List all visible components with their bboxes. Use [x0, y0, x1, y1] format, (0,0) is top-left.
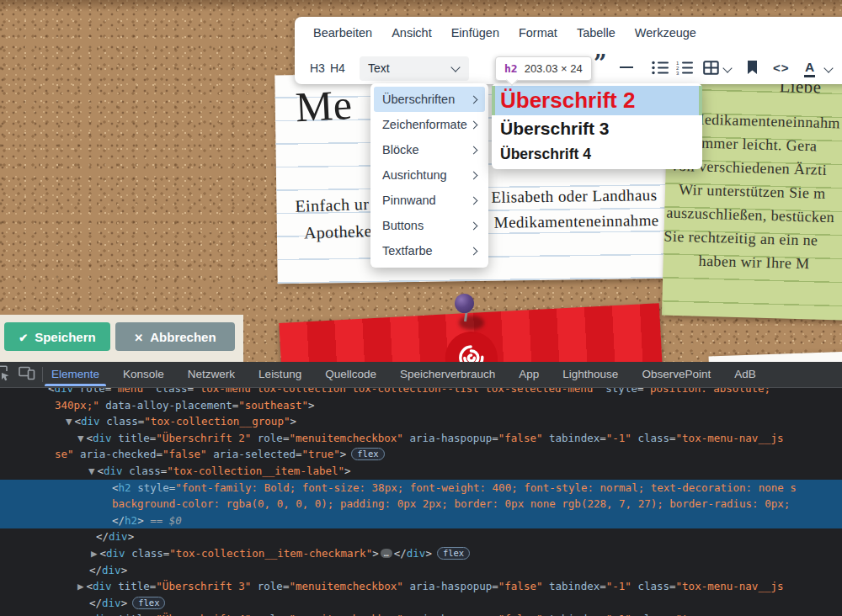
devtools-tab[interactable]: Netzwerk [188, 363, 235, 386]
text-color-icon[interactable]: A [804, 60, 815, 77]
devtools-tab[interactable]: Lighthouse [562, 363, 618, 386]
submenu-arrow-icon [470, 247, 478, 255]
push-pin[interactable] [452, 294, 486, 332]
devtools-tab[interactable]: App [519, 363, 539, 386]
numbered-list-icon[interactable]: 123 [676, 61, 693, 78]
devtools-tab[interactable]: Quellcode [325, 363, 376, 386]
inspect-icon[interactable] [0, 365, 10, 385]
submenu-arrow-icon [470, 120, 478, 129]
white-note-heading: Me [294, 80, 353, 131]
menubar-item[interactable]: Ansicht [392, 26, 432, 40]
tree-expand-arrow-icon[interactable]: ▶ [91, 547, 98, 560]
green-note-line: haben wir Ihre M [698, 252, 809, 273]
format-menu-item[interactable]: Zeichenformate [374, 112, 485, 137]
cancel-button[interactable]: ✕Abbrechen [115, 322, 235, 351]
format-menu-item[interactable]: Blöcke [374, 137, 485, 162]
dom-tree-line[interactable]: ▶<div title="Überschrift 4" role="menuit… [77, 611, 758, 616]
dom-tree-line[interactable]: </div> [89, 562, 127, 579]
devtools-tab[interactable]: Speicherverbrauch [400, 363, 495, 386]
dom-tree-line[interactable]: ▼<div class="tox-collection__item-label"… [88, 463, 351, 480]
tree-expand-arrow-icon[interactable]: ▶ [77, 613, 84, 616]
headings-submenu: Überschrift 2 Überschrift 3 Überschrift … [492, 83, 702, 169]
blockquote-icon[interactable]: ” [594, 53, 607, 75]
devtools-tab[interactable]: ObservePoint [642, 363, 711, 386]
submenu-arrow-icon [470, 221, 478, 230]
pin-head [455, 294, 474, 313]
dom-tree-line[interactable]: </div>flex [89, 595, 165, 612]
devtools-tab[interactable]: Leistung [258, 363, 301, 386]
dom-tree-line[interactable]: ▶<div class="tox-collection__item-checkm… [91, 545, 470, 562]
menubar-item[interactable]: Einfügen [451, 26, 499, 40]
h4-button[interactable]: H4 [330, 61, 345, 75]
x-icon: ✕ [134, 332, 143, 344]
format-menu-item[interactable]: Ausrichtung [374, 162, 485, 188]
green-note-line: Wir unterstützen Sie m [679, 181, 826, 203]
toolbar-divider [42, 367, 43, 382]
dom-tree-line[interactable]: </div> [96, 528, 134, 545]
submenu-arrow-icon [470, 196, 478, 204]
devtools-elements-tree[interactable]: <div role="menu" class="tox-menu tox-col… [0, 362, 842, 616]
white-note-line: Einfach ur [295, 194, 370, 216]
white-note-line: Medikamenteneinnahme [494, 211, 659, 232]
flex-badge[interactable]: flex [437, 547, 470, 560]
green-note-line: Sie rechtzeitig an ein ne [663, 227, 818, 249]
devtools-tabs: ElementeKonsoleNetzwerkLeistungQuellcode… [51, 363, 756, 386]
menubar-item[interactable]: Format [519, 26, 557, 40]
hidden-children-ellipsis-icon[interactable]: … [381, 549, 392, 558]
menubar-item[interactable]: Werkzeuge [635, 26, 696, 40]
dom-tree-line[interactable]: se" aria-checked="false" aria-selected="… [55, 446, 385, 463]
chevron-down-icon[interactable] [823, 63, 833, 72]
white-note-line: Elisabeth oder Landhaus [491, 186, 657, 207]
dom-tree-line[interactable]: ▶<div title="Überschrift 3" role="menuit… [77, 578, 784, 595]
menubar-item[interactable]: Tabelle [577, 26, 616, 40]
tree-expand-arrow-icon[interactable]: ▼ [66, 415, 72, 427]
submenu-arrow-icon [470, 171, 478, 179]
green-note-line: auszuschließen, bestücken [666, 204, 834, 227]
devtools-tab[interactable]: Konsole [123, 363, 164, 386]
element-size-tooltip: h2 203.03 × 24 [495, 56, 592, 81]
horizontal-rule-icon[interactable] [620, 57, 633, 68]
white-note-line: Apotheke [304, 221, 373, 243]
code-icon[interactable]: <> [773, 61, 790, 75]
devtools-tabbar: ElementeKonsoleNetzwerkLeistungQuellcode… [0, 362, 842, 388]
tree-expand-arrow-icon[interactable]: ▼ [77, 432, 84, 444]
headings-submenu-item[interactable]: Überschrift 3 [492, 115, 702, 142]
dom-tree-selected-line[interactable]: background-color: rgba(0, 0, 0, 0); padd… [0, 496, 842, 512]
dom-tree-selected-line[interactable]: </h2> == $0 [0, 512, 842, 529]
screenshot-stage: Me Einfach ur Apotheke Elisabeth oder La… [0, 0, 842, 616]
menubar-item[interactable]: Bearbeiten [313, 26, 372, 40]
tree-expand-arrow-icon[interactable]: ▶ [77, 580, 84, 592]
format-menu-item[interactable]: Pinnwand [374, 188, 485, 213]
tooltip-dimensions: 203.03 × 24 [525, 62, 583, 75]
bookmark-icon[interactable] [746, 60, 759, 78]
chevron-down-icon[interactable] [722, 63, 732, 72]
headings-submenu-item[interactable]: Überschrift 2 [492, 86, 702, 115]
device-toolbar-icon[interactable] [19, 365, 35, 384]
format-menu-item[interactable]: Buttons [374, 213, 485, 238]
tree-expand-arrow-icon[interactable]: ▼ [88, 465, 95, 477]
svg-text:3: 3 [676, 71, 679, 75]
format-menu-item[interactable]: Überschriften [374, 87, 485, 112]
green-note-line: Medikamenteneinnahm [690, 110, 840, 132]
format-dropdown-menu: Überschriften Zeichenformate Blöcke Ausr… [370, 83, 488, 268]
editor-menubar: BearbeitenAnsichtEinfügenFormatTabelleWe… [313, 26, 696, 40]
dom-tree-selected-line[interactable]: <h2 style="font-family: Bold; font-size:… [0, 480, 842, 497]
format-menu-item[interactable]: Textfarbe [374, 238, 485, 263]
flex-badge[interactable]: flex [132, 597, 165, 609]
devtools-tab[interactable]: AdB [734, 363, 756, 386]
text-style-select[interactable]: Text [360, 56, 469, 81]
dom-tree-line[interactable]: ▼<div title="Überschrift 2" role="menuit… [77, 430, 784, 447]
save-button[interactable]: ✔Speichern [4, 322, 110, 351]
devtools-tab[interactable]: Elemente [51, 363, 99, 386]
corkboard: Me Einfach ur Apotheke Elisabeth oder La… [0, 0, 842, 362]
headings-submenu-item[interactable]: Überschrift 4 [492, 142, 702, 167]
h3-button[interactable]: H3 [310, 61, 325, 75]
dom-tree-line[interactable]: ▼<div class="tox-collection__group"> [66, 413, 296, 430]
flex-badge[interactable]: flex [351, 448, 384, 460]
dom-tree-line[interactable]: 340px;" data-alloy-placement="southeast"… [55, 397, 315, 414]
text-style-value: Text [368, 61, 390, 75]
partial-note[interactable] [709, 351, 842, 362]
table-icon[interactable] [703, 61, 719, 78]
tooltip-tag-name: h2 [504, 62, 518, 75]
bullet-list-icon[interactable] [652, 61, 669, 78]
